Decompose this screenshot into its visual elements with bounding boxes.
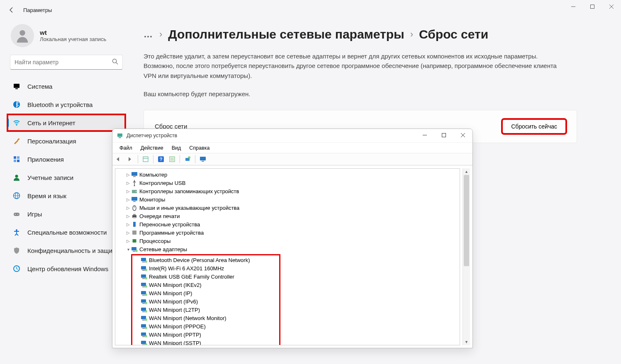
tree-label: Программные устройства: [139, 230, 204, 236]
tree-adapter-7[interactable]: WAN Miniport (Network Monitor): [132, 314, 279, 322]
svg-rect-41: [132, 172, 137, 176]
svg-point-5: [112, 59, 116, 63]
nav-item-0[interactable]: Система: [7, 78, 125, 95]
tree-label: Intel(R) Wi-Fi 6 AX201 160MHz: [149, 265, 224, 272]
tree-adapter-10[interactable]: WAN Miniport (SSTP): [132, 339, 279, 345]
tree-adapter-2[interactable]: Realtek USB GbE Family Controller: [132, 272, 279, 281]
tree-adapter-8[interactable]: WAN Miniport (PPPOE): [132, 322, 279, 330]
device-manager-window: Диспетчер устройств ФайлДействиеВидСправ…: [112, 129, 473, 348]
nav-item-2[interactable]: Сеть и Интернет: [7, 114, 125, 131]
chevron-right-icon[interactable]: ▷: [125, 239, 131, 243]
tree-adapter-5[interactable]: WAN Miniport (IPv6): [132, 297, 279, 306]
tree-adapter-6[interactable]: WAN Miniport (L2TP): [132, 306, 279, 314]
device-tree[interactable]: ▷Компьютер▷Контроллеры USB▷Контроллеры з…: [115, 168, 460, 345]
accessibility-icon: [12, 228, 21, 236]
tree-label: WAN Miniport (IPv6): [149, 298, 198, 305]
nav-item-3[interactable]: Персонализация: [7, 133, 125, 149]
profile-block[interactable]: wt Локальная учетная запись: [7, 24, 125, 47]
svg-rect-88: [142, 328, 145, 329]
chevron-right-icon[interactable]: ▷: [125, 222, 131, 227]
devmgr-scrollbar[interactable]: ▲ ▼: [463, 168, 470, 345]
chevron-right-icon[interactable]: ▷: [125, 189, 131, 194]
nav-item-9[interactable]: Конфиденциальность и защита: [7, 242, 125, 259]
tree-category-8[interactable]: ▷Процессоры: [115, 237, 460, 245]
network-adapter-icon: [141, 298, 147, 305]
svg-point-65: [145, 260, 147, 263]
tree-category-0[interactable]: ▷Компьютер: [115, 170, 460, 179]
toolbar-properties-icon[interactable]: [141, 154, 151, 164]
breadcrumb: … › Дополнительные сетевые параметры › С…: [144, 27, 601, 41]
svg-point-77: [145, 294, 147, 296]
search-box[interactable]: [10, 55, 123, 70]
breadcrumb-parent[interactable]: Дополнительные сетевые параметры: [168, 27, 404, 41]
chevron-right-icon[interactable]: ▷: [125, 172, 131, 177]
breadcrumb-more[interactable]: …: [144, 29, 153, 40]
devmgr-minimize-button[interactable]: [415, 129, 434, 141]
window-title: Параметры: [23, 7, 52, 13]
toolbar-monitor-icon[interactable]: [198, 154, 208, 164]
nav-item-7[interactable]: Игры: [7, 206, 125, 222]
nav-item-8[interactable]: Специальные возможности: [7, 224, 125, 240]
tree-label: Контроллеры запоминающих устройств: [139, 188, 239, 194]
globe-icon: [12, 192, 21, 200]
devmgr-close-button[interactable]: [453, 129, 472, 141]
close-button[interactable]: [602, 0, 621, 13]
tree-adapter-1[interactable]: Intel(R) Wi-Fi 6 AX201 160MHz: [132, 264, 279, 272]
devmgr-maximize-button[interactable]: [434, 129, 453, 141]
profile-subtitle: Локальная учетная запись: [40, 36, 106, 42]
svg-point-23: [16, 229, 17, 231]
search-input[interactable]: [15, 59, 112, 66]
nav-item-4[interactable]: Приложения: [7, 151, 125, 167]
nav-item-6[interactable]: Время и язык: [7, 187, 125, 204]
svg-rect-91: [142, 336, 145, 337]
chevron-right-icon[interactable]: ▷: [125, 206, 131, 210]
tree-category-2[interactable]: ▷Контроллеры запоминающих устройств: [115, 187, 460, 195]
tree-label: Сетевые адаптеры: [139, 246, 187, 252]
chevron-right-icon[interactable]: ▷: [125, 231, 131, 235]
tree-category-7[interactable]: ▷Программные устройства: [115, 228, 460, 237]
chevron-right-icon[interactable]: ▷: [125, 214, 131, 218]
tree-adapter-4[interactable]: WAN Miniport (IP): [132, 289, 279, 297]
toolbar-forward-icon[interactable]: [125, 154, 135, 164]
scroll-down-icon[interactable]: ▼: [463, 339, 470, 345]
tree-adapter-9[interactable]: WAN Miniport (PPTP): [132, 330, 279, 339]
nav-list: СистемаBluetooth и устройстваСеть и Инте…: [7, 78, 125, 277]
toolbar-help-icon[interactable]: ?: [156, 154, 166, 164]
toolbar-view-icon[interactable]: [167, 154, 177, 164]
maximize-button[interactable]: [583, 0, 602, 13]
devmgr-menu-0[interactable]: Файл: [116, 144, 136, 152]
chevron-right-icon: ›: [159, 29, 162, 40]
tree-category-5[interactable]: ▷Очереди печати: [115, 212, 460, 220]
tree-category-1[interactable]: ▷Контроллеры USB: [115, 179, 460, 187]
svg-rect-76: [142, 295, 145, 296]
toolbar-scan-icon[interactable]: [183, 154, 192, 164]
tree-category-network-adapters[interactable]: ▾Сетевые адаптеры: [115, 245, 460, 253]
network-adapter-icon: [141, 290, 147, 296]
minimize-button[interactable]: [564, 0, 583, 13]
devmgr-menu-1[interactable]: Действие: [137, 144, 167, 152]
chevron-right-icon[interactable]: ▷: [125, 181, 131, 185]
reset-now-button[interactable]: Сбросить сейчас: [502, 119, 566, 133]
nav-item-10[interactable]: Центр обновления Windows: [7, 260, 125, 277]
devmgr-menu-3[interactable]: Справка: [185, 144, 213, 152]
tree-adapter-0[interactable]: Bluetooth Device (Personal Area Network): [132, 256, 279, 264]
nav-item-1[interactable]: Bluetooth и устройства: [7, 96, 125, 113]
svg-point-74: [145, 285, 147, 288]
chevron-right-icon[interactable]: ▷: [125, 197, 131, 202]
shield-icon: [12, 246, 21, 255]
profile-name: wt: [40, 29, 106, 36]
devmgr-menu-2[interactable]: Вид: [168, 144, 185, 152]
scroll-thumb[interactable]: [464, 175, 469, 266]
tree-category-6[interactable]: ▷Переносные устройства: [115, 220, 460, 228]
tree-category-3[interactable]: ▷Мониторы: [115, 195, 460, 204]
svg-rect-12: [14, 156, 16, 159]
tree-category-4[interactable]: ▷Мыши и иные указывающие устройства: [115, 204, 460, 212]
back-button[interactable]: [3, 2, 20, 18]
toolbar-back-icon[interactable]: [114, 154, 124, 164]
network-adapters-highlight: Bluetooth Device (Personal Area Network)…: [131, 254, 280, 345]
chevron-down-icon[interactable]: ▾: [125, 247, 131, 252]
network-adapter-icon: [141, 323, 147, 330]
scroll-up-icon[interactable]: ▲: [463, 168, 470, 175]
tree-adapter-3[interactable]: WAN Miniport (IKEv2): [132, 281, 279, 289]
nav-item-5[interactable]: Учетные записи: [7, 169, 125, 186]
